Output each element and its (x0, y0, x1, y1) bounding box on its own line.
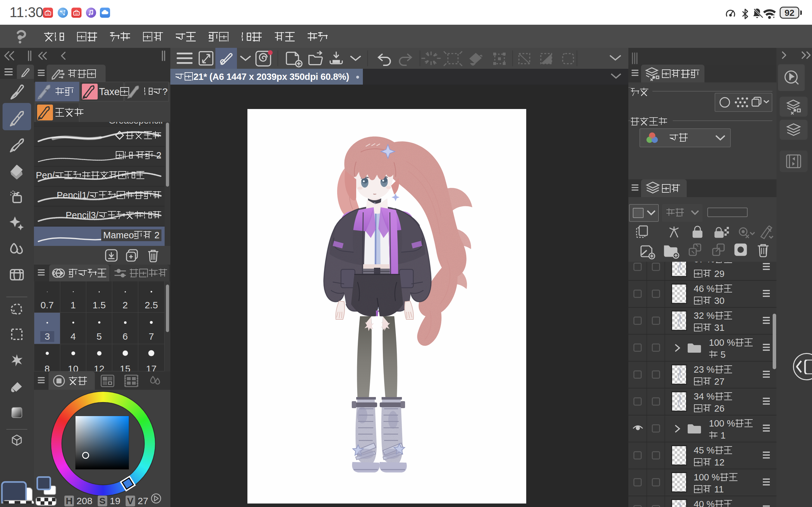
svg-text:HW: HW (75, 13, 78, 15)
svg-text:HW: HW (46, 13, 49, 15)
